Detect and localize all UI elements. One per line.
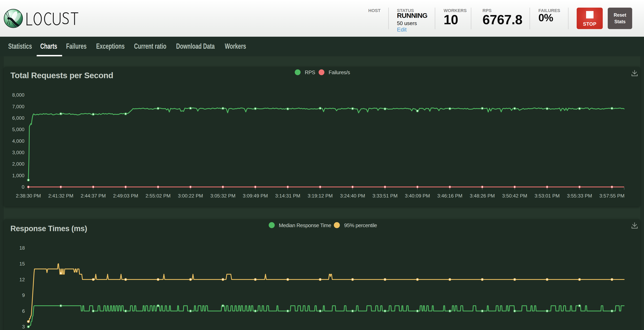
svg-text:18: 18: [20, 245, 25, 251]
svg-text:2:49:03 PM: 2:49:03 PM: [113, 193, 138, 198]
svg-text:3:19:12 PM: 3:19:12 PM: [308, 193, 332, 198]
svg-text:3:05:32 PM: 3:05:32 PM: [210, 193, 236, 198]
svg-text:6,000: 6,000: [12, 115, 24, 121]
svg-text:3:46:16 PM: 3:46:16 PM: [437, 193, 462, 198]
svg-text:0: 0: [22, 184, 24, 190]
svg-text:3:14:31 PM: 3:14:31 PM: [275, 193, 300, 198]
svg-text:9: 9: [22, 292, 25, 298]
svg-text:4,000: 4,000: [12, 138, 24, 144]
svg-text:3:09:49 PM: 3:09:49 PM: [243, 193, 268, 198]
svg-text:2:44:37 PM: 2:44:37 PM: [81, 193, 106, 198]
svg-text:8,000: 8,000: [12, 92, 24, 98]
svg-text:2:55:02 PM: 2:55:02 PM: [146, 193, 170, 198]
svg-text:3:33:51 PM: 3:33:51 PM: [372, 193, 398, 198]
svg-text:5,000: 5,000: [12, 127, 24, 132]
svg-text:2:38:30 PM: 2:38:30 PM: [16, 193, 41, 198]
svg-text:3:55:33 PM: 3:55:33 PM: [567, 193, 592, 198]
svg-text:3:50:42 PM: 3:50:42 PM: [502, 193, 527, 198]
svg-text:3:53:01 PM: 3:53:01 PM: [534, 193, 560, 198]
svg-text:15: 15: [20, 261, 25, 266]
svg-text:3:40:09 PM: 3:40:09 PM: [405, 193, 430, 198]
svg-text:12: 12: [20, 277, 25, 282]
svg-text:3: 3: [22, 324, 25, 329]
svg-text:3,000: 3,000: [12, 150, 24, 155]
svg-text:1,000: 1,000: [12, 173, 24, 178]
svg-text:3:24:40 PM: 3:24:40 PM: [340, 193, 365, 198]
svg-text:3:57:55 PM: 3:57:55 PM: [599, 193, 624, 198]
svg-text:3:48:26 PM: 3:48:26 PM: [470, 193, 495, 198]
svg-text:3:00:22 PM: 3:00:22 PM: [178, 193, 203, 198]
svg-text:6: 6: [22, 308, 25, 314]
svg-text:7,000: 7,000: [12, 104, 24, 109]
svg-text:2:41:32 PM: 2:41:32 PM: [48, 193, 73, 198]
svg-text:2,000: 2,000: [12, 161, 24, 167]
